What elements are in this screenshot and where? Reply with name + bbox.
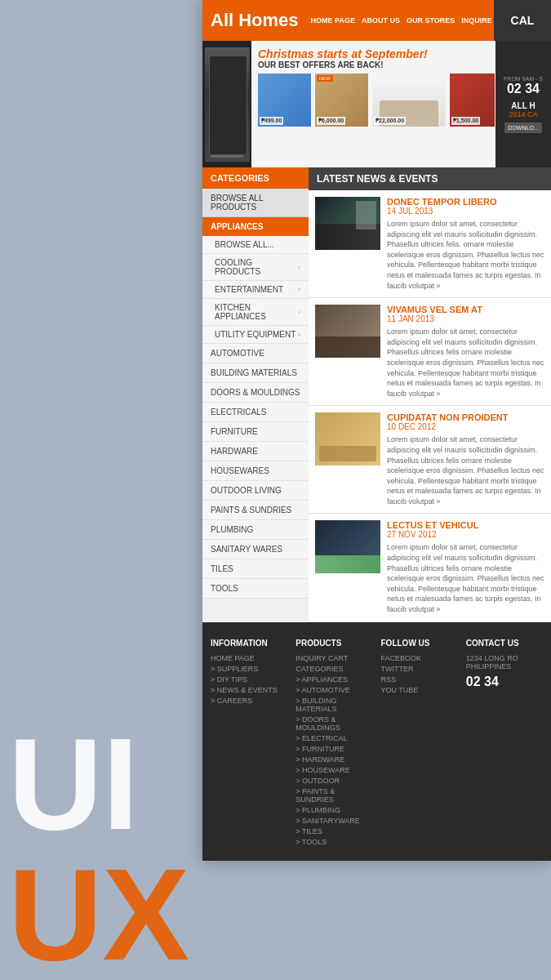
- product-thumb-2[interactable]: ₱6,000.00 NEW: [315, 74, 368, 127]
- categories-header: CATEGORIES: [202, 167, 309, 189]
- footer-link-houseware[interactable]: > HOUSEWARE: [295, 766, 372, 774]
- sidebar-housewares[interactable]: HOUSEWARES: [202, 461, 309, 481]
- product-thumb-1[interactable]: ₱499.00: [258, 74, 311, 127]
- news-title-3[interactable]: CUPIDATAT NON PROIDENT: [387, 412, 544, 422]
- shelf-graphic: [205, 47, 250, 162]
- chevron-icon-4: ›: [298, 331, 300, 338]
- footer-link-furniture[interactable]: > FURNITURE: [295, 745, 372, 753]
- sidebar-utility[interactable]: UTILITY EQUIPMENT ›: [202, 326, 309, 344]
- footer-link-twitter[interactable]: TWITTER: [381, 665, 458, 673]
- sidebar-entertainment-label: ENTERTAINMENT: [215, 285, 283, 294]
- footer-link-paints[interactable]: > PAINTS & SUNDRIES: [295, 787, 372, 804]
- footer-link-careers[interactable]: > CAREERS: [211, 697, 287, 705]
- sidebar-browse-all[interactable]: BROWSE ALL...: [202, 236, 309, 254]
- sidebar-tools[interactable]: TOOLS: [202, 579, 309, 599]
- hero-banner: Christmas starts at September! OUR BEST …: [202, 41, 551, 167]
- sidebar-building[interactable]: BUILDING MATERIALS: [202, 363, 309, 383]
- news-title-4[interactable]: LECTUS ET VEHICUL: [387, 520, 544, 530]
- footer-link-tiles[interactable]: > TILES: [295, 827, 372, 835]
- footer-link-sanitary[interactable]: > SANITARYWARE: [295, 817, 372, 825]
- sidebar-electricals[interactable]: ELECTRICALS: [202, 403, 309, 422]
- browse-all-products[interactable]: BROWSE ALL PRODUCTS: [202, 189, 309, 217]
- news-title-2[interactable]: VIVAMUS VEL SEM AT: [387, 305, 544, 314]
- news-text-1: Lorem ipsum dolor sit amet, consectetur …: [387, 219, 544, 291]
- year-side: 2014 CA: [509, 110, 537, 118]
- product-thumb-3[interactable]: ₱22,000.00: [372, 74, 446, 127]
- sidebar-kitchen[interactable]: KITCHEN APPLIANCES ›: [202, 299, 309, 326]
- website-container: All Homes HOME PAGE ABOUT US OUR STORES …: [202, 0, 551, 861]
- news-content-4: LECTUS ET VEHICUL 27 NOV 2012 Lorem ipsu…: [387, 520, 544, 614]
- sidebar-browse-label: BROWSE ALL...: [215, 240, 274, 249]
- download-btn[interactable]: DOWNLO...: [504, 122, 541, 133]
- sidebar-paints[interactable]: PAINTS & SUNDRIES: [202, 501, 309, 520]
- product-thumb-4[interactable]: ₱1,500.00: [450, 74, 495, 127]
- footer-link-outdoor[interactable]: > OUTDOOR: [295, 777, 372, 785]
- sidebar-hardware[interactable]: HARDWARE: [202, 442, 309, 461]
- news-img-3: [315, 412, 380, 466]
- site-logo[interactable]: All Homes: [211, 10, 299, 31]
- footer-col-follow: FOLLOW US FACEBOOK TWITTER RSS YOU TUBE: [381, 639, 458, 849]
- footer-link-doors[interactable]: > DOORS & MOULDINGS: [295, 715, 372, 732]
- footer-link-hardware[interactable]: > HARDWARE: [295, 755, 372, 764]
- chevron-icon-3: ›: [298, 309, 300, 316]
- footer-link-appliances[interactable]: > APPLIANCES: [295, 675, 372, 684]
- footer-link-categories[interactable]: CATEGORIES: [295, 665, 372, 673]
- footer-link-plumbing[interactable]: > PLUMBING: [295, 806, 372, 814]
- footer-col-information: INFORMATION HOME PAGE > SUPPLIERS > DIY …: [211, 639, 287, 849]
- news-header: LATEST NEWS & EVENTS: [309, 167, 551, 190]
- footer-link-youtube[interactable]: YOU TUBE: [381, 686, 458, 694]
- footer-col-products: PRODUCTS INQUIRY CART CATEGORIES > APPLI…: [295, 639, 372, 849]
- background-text: UI UX: [0, 719, 204, 980]
- sidebar-plumbing[interactable]: PLUMBING: [202, 520, 309, 540]
- footer-link-building[interactable]: > BUILDING MATERIALS: [295, 697, 372, 713]
- sidebar-appliances[interactable]: APPLIANCES: [202, 217, 309, 236]
- footer-link-rss[interactable]: RSS: [381, 675, 458, 684]
- news-date-4: 27 NOV 2012: [387, 530, 544, 539]
- main-content: CATEGORIES BROWSE ALL PRODUCTS APPLIANCE…: [202, 167, 551, 622]
- footer-link-tools[interactable]: > TOOLS: [295, 838, 372, 846]
- footer-link-news[interactable]: > NEWS & EVENTS: [211, 686, 287, 694]
- phone-side-banner: FROM 8AM - S 02 34 ALL H 2014 CA DOWNLO.…: [495, 41, 551, 167]
- news-item-3: CUPIDATAT NON PROIDENT 10 DEC 2012 Lorem…: [309, 406, 551, 514]
- sidebar-automotive[interactable]: AUTOMOTIVE: [202, 344, 309, 363]
- sidebar-kitchen-label: KITCHEN APPLIANCES: [215, 303, 298, 321]
- sidebar-tiles[interactable]: TILES: [202, 559, 309, 579]
- footer-link-homepage[interactable]: HOME PAGE: [211, 654, 287, 662]
- sidebar-furniture[interactable]: FURNITURE: [202, 422, 309, 442]
- sidebar-entertainment[interactable]: ENTERTAINMENT ›: [202, 281, 309, 299]
- nav-homepage[interactable]: HOME PAGE: [311, 16, 355, 24]
- product-price-4: ₱1,500.00: [451, 117, 480, 125]
- footer-title-products: PRODUCTS: [295, 639, 372, 648]
- sidebar-outdoor[interactable]: OUTDOOR LIVING: [202, 481, 309, 501]
- footer-link-automotive[interactable]: > AUTOMOTIVE: [295, 686, 372, 694]
- chevron-icon-2: ›: [298, 286, 300, 293]
- footer-link-electrical[interactable]: > ELECTRICAL: [295, 734, 372, 742]
- sidebar: CATEGORIES BROWSE ALL PRODUCTS APPLIANCE…: [202, 167, 309, 622]
- footer-link-facebook[interactable]: FACEBOOK: [381, 654, 458, 662]
- news-content-2: VIVAMUS VEL SEM AT 11 JAN 2013 Lorem ips…: [387, 305, 544, 399]
- footer-link-diy[interactable]: > DIY TIPS: [211, 675, 287, 684]
- news-content-1: DONEC TEMPOR LIBERO 14 JUL 2013 Lorem ip…: [387, 197, 544, 291]
- product-price-3: ₱22,000.00: [374, 117, 406, 125]
- nav-stores[interactable]: OUR STORES: [407, 16, 455, 24]
- footer-phone: 02 34: [466, 675, 543, 689]
- news-item-2: VIVAMUS VEL SEM AT 11 JAN 2013 Lorem ips…: [309, 298, 551, 406]
- nav-inquire[interactable]: INQUIRE: [461, 16, 492, 24]
- news-img-1: [315, 197, 380, 250]
- phone-header: CAL: [494, 0, 551, 41]
- news-title-1[interactable]: DONEC TEMPOR LIBERO: [387, 197, 544, 207]
- sidebar-cooling[interactable]: COOLING PRODUCTS ›: [202, 254, 309, 281]
- sidebar-doors[interactable]: DOORS & MOULDINGS: [202, 383, 309, 403]
- product-price-1: ₱499.00: [260, 117, 283, 125]
- news-item-4: LECTUS ET VEHICUL 27 NOV 2012 Lorem ipsu…: [309, 514, 551, 621]
- sidebar-sanitary[interactable]: SANITARY WARES: [202, 540, 309, 559]
- ux-text: UX: [0, 849, 204, 980]
- news-img-2: [315, 305, 380, 358]
- nav-about[interactable]: ABOUT US: [362, 16, 400, 24]
- footer-title-information: INFORMATION: [211, 639, 287, 648]
- footer-link-suppliers[interactable]: > SUPPLIERS: [211, 665, 287, 673]
- footer-link-inquiry[interactable]: INQUIRY CART: [295, 654, 372, 662]
- product-price-2: ₱6,000.00: [317, 117, 345, 125]
- news-img-4: [315, 520, 380, 573]
- news-text-3: Lorem ipsum dolor sit amet, consectetur …: [387, 434, 544, 506]
